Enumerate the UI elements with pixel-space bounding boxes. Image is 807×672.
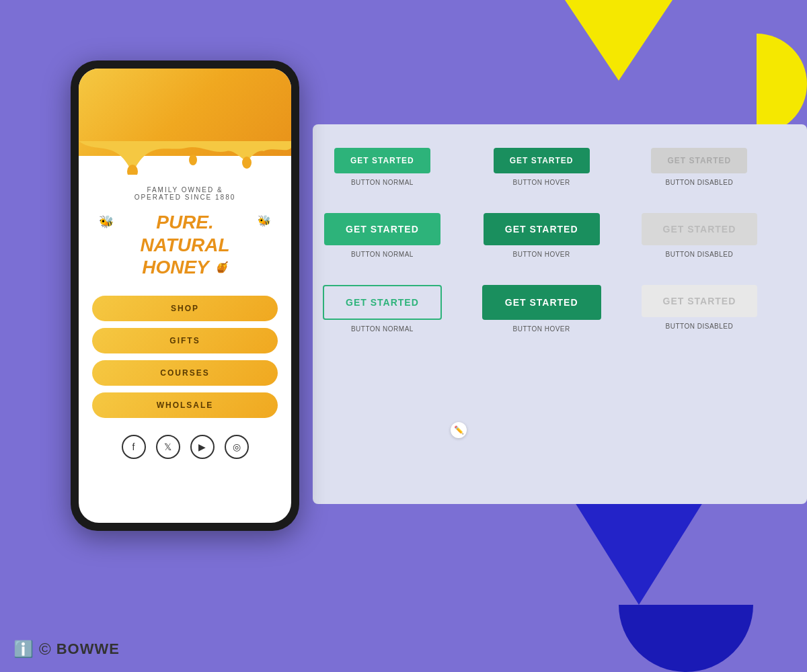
btn-normal-lg[interactable]: GET STARTED — [323, 285, 442, 320]
bg-circle-yellow — [706, 34, 807, 134]
bg-triangle-blue — [572, 497, 706, 605]
phone-mockup: FAMILY OWNED & OPERATED SINCE 1880 🐝 PUR… — [71, 60, 299, 531]
bg-triangle-yellow — [565, 0, 672, 81]
nav-wholsale-button[interactable]: WHOLSALE — [92, 392, 278, 418]
instagram-icon[interactable]: ◎ — [225, 435, 249, 459]
btn-cell-hover-md: GET STARTED BUTTON HOVER — [482, 213, 601, 258]
btn-cell-normal-sm: GET STARTED BUTTON NORMAL — [323, 148, 442, 186]
btn-hover-lg[interactable]: GET STARTED — [482, 285, 601, 320]
btn-cell-hover-sm: GET STARTED BUTTON HOVER — [482, 148, 601, 186]
btn-cell-normal-md: GET STARTED BUTTON NORMAL — [323, 213, 442, 258]
btn-label-disabled-lg: BUTTON DISABLED — [666, 323, 734, 330]
btn-cell-disabled-md: GET STARTED BUTTON DISABLED — [642, 213, 758, 258]
button-grid: GET STARTED BUTTON NORMAL GET STARTED BU… — [323, 148, 757, 333]
bee-left-icon: 🐝 — [99, 214, 114, 229]
nav-courses-button[interactable]: COURSES — [92, 360, 278, 386]
honey-emoji: 🍯 — [215, 261, 228, 274]
youtube-icon[interactable]: ▶ — [190, 435, 215, 459]
btn-cell-disabled-sm: GET STARTED BUTTON DISABLED — [642, 148, 758, 186]
btn-disabled-sm: GET STARTED — [651, 148, 747, 173]
btn-label-normal-sm: BUTTON NORMAL — [351, 179, 414, 186]
phone-subtitle: FAMILY OWNED & OPERATED SINCE 1880 — [134, 186, 236, 201]
svg-point-2 — [189, 155, 197, 165]
honey-title: PURE. NATURAL HONEY 🍯 — [92, 211, 278, 279]
info-icon: ℹ️ — [13, 640, 34, 659]
btn-hover-md[interactable]: GET STARTED — [484, 213, 600, 245]
facebook-icon[interactable]: f — [122, 435, 146, 459]
bee-right-icon: 🐝 — [258, 214, 271, 227]
footer: ℹ️ © BOWWE — [13, 640, 120, 659]
cc-icon: © — [39, 640, 51, 659]
title-row: 🐝 PURE. NATURAL HONEY 🍯 🐝 — [92, 211, 278, 292]
twitter-icon[interactable]: 𝕏 — [156, 435, 180, 459]
btn-label-normal-md: BUTTON NORMAL — [351, 251, 414, 258]
btn-cell-normal-lg: GET STARTED BUTTON NORMAL — [323, 285, 442, 333]
btn-label-hover-md: BUTTON HOVER — [512, 251, 570, 258]
btn-normal-sm[interactable]: GET STARTED — [334, 148, 430, 173]
btn-label-disabled-sm: BUTTON DISABLED — [666, 179, 734, 186]
btn-normal-md[interactable]: GET STARTED — [324, 213, 440, 245]
nav-gifts-button[interactable]: GIFTS — [92, 328, 278, 353]
social-icons: f 𝕏 ▶ ◎ — [122, 435, 249, 459]
svg-point-1 — [242, 157, 252, 169]
svg-point-0 — [127, 165, 138, 175]
bowwe-logo: BOWWE — [56, 640, 120, 658]
nav-shop-button[interactable]: SHOP — [92, 296, 278, 321]
btn-cell-hover-lg: GET STARTED BUTTON HOVER — [482, 285, 601, 333]
phone-content: FAMILY OWNED & OPERATED SINCE 1880 🐝 PUR… — [79, 156, 291, 523]
btn-label-disabled-md: BUTTON DISABLED — [666, 251, 734, 258]
btn-cell-disabled-lg: GET STARTED BUTTON DISABLED — [642, 285, 758, 330]
btn-label-hover-lg: BUTTON HOVER — [512, 325, 570, 333]
btn-label-normal-lg: BUTTON NORMAL — [351, 325, 414, 333]
phone-screen: FAMILY OWNED & OPERATED SINCE 1880 🐝 PUR… — [79, 69, 291, 523]
btn-hover-sm[interactable]: GET STARTED — [494, 148, 590, 173]
btn-disabled-lg: GET STARTED — [642, 285, 758, 317]
phone-nav-buttons: SHOP GIFTS COURSES WHOLSALE — [92, 296, 278, 418]
btn-label-hover-sm: BUTTON HOVER — [512, 179, 570, 186]
pencil-cursor-icon: ✏️ — [451, 422, 467, 438]
btn-disabled-md: GET STARTED — [642, 213, 758, 245]
honey-header — [79, 69, 291, 156]
